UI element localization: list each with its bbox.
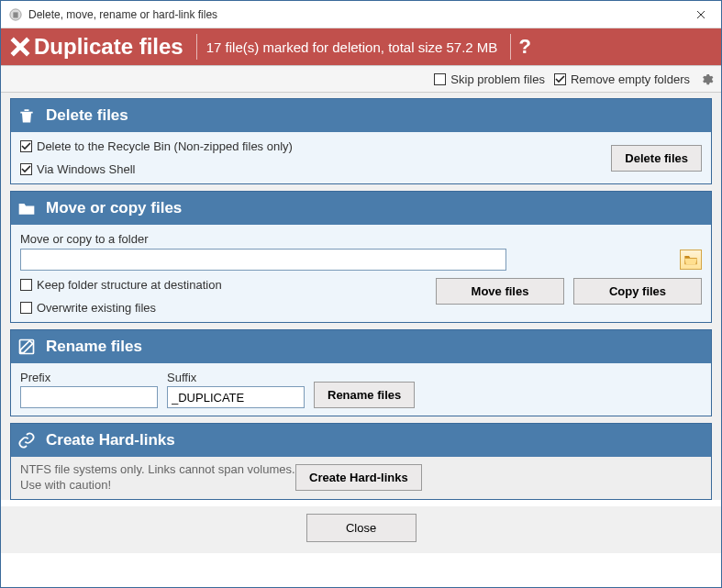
prefix-label: Prefix [20,371,158,384]
move-body: Move or copy to a folder Keep folder str… [11,225,711,322]
app-icon [8,7,23,22]
delete-header-text: Delete files [46,106,128,125]
checkbox-icon [434,73,446,85]
rename-header-text: Rename files [46,338,142,356]
overwrite-label: Overwrite existing files [37,301,156,315]
windows-shell-label: Via Windows Shell [37,162,135,176]
rename-files-button[interactable]: Rename files [314,382,415,408]
recycle-bin-checkbox[interactable]: Delete to the Recycle Bin (Non-zipped fi… [20,139,611,153]
hardlink-header: Create Hard-links [11,424,711,457]
keep-structure-checkbox[interactable]: Keep folder structure at destination [20,278,436,292]
delete-files-button[interactable]: Delete files [611,145,702,172]
move-header-text: Move or copy files [46,199,182,217]
checkbox-icon [20,140,32,152]
hardlink-header-text: Create Hard-links [46,431,175,449]
move-folder-label: Move or copy to a folder [20,232,702,246]
banner-divider [196,34,197,60]
browse-folder-button[interactable] [680,250,702,270]
summary-banner: Duplicate files 17 file(s) marked for de… [1,28,721,65]
move-header: Move or copy files [11,192,711,225]
content-area: Delete files Delete to the Recycle Bin (… [1,93,721,500]
link-icon [17,431,37,449]
svg-rect-3 [27,115,28,121]
rename-body: Prefix Suffix Rename files [11,363,711,416]
overwrite-checkbox[interactable]: Overwrite existing files [20,301,436,315]
options-bar: Skip problem files Remove empty folders [1,65,721,93]
delete-body: Delete to the Recycle Bin (Non-zipped fi… [11,132,711,183]
move-section: Move or copy files Move or copy to a fol… [10,191,712,323]
checkbox-icon [20,302,32,314]
folder-icon [17,200,37,216]
recycle-bin-label: Delete to the Recycle Bin (Non-zipped fi… [37,139,293,153]
edit-icon [17,338,37,356]
skip-problem-label: Skip problem files [450,72,545,86]
skip-problem-checkbox[interactable]: Skip problem files [434,72,545,86]
footer: Close [1,506,721,553]
close-button[interactable]: Close [306,514,417,542]
svg-rect-2 [25,115,26,121]
move-files-button[interactable]: Move files [436,278,564,305]
hardlink-warning: NTFS file systems only. Links cannot spa… [20,462,295,494]
gear-icon[interactable] [699,72,714,86]
window-title: Delete, move, rename or hard-link files [28,8,680,21]
svg-rect-1 [13,12,17,17]
move-folder-input[interactable] [20,249,506,271]
svg-rect-4 [28,115,29,121]
prefix-input[interactable] [20,386,158,408]
delete-section: Delete files Delete to the Recycle Bin (… [10,98,712,184]
rename-header: Rename files [11,330,711,363]
windows-shell-checkbox[interactable]: Via Windows Shell [20,162,611,176]
trash-icon [17,106,37,125]
banner-headline: Duplicate files [32,34,183,60]
remove-empty-label: Remove empty folders [571,72,690,86]
checkbox-icon [20,279,32,291]
hardlink-body: NTFS file systems only. Links cannot spa… [11,457,711,499]
suffix-label: Suffix [167,371,305,384]
remove-empty-checkbox[interactable]: Remove empty folders [554,72,690,86]
delete-header: Delete files [11,99,711,132]
checkbox-icon [20,163,32,175]
banner-divider [510,34,511,60]
copy-files-button[interactable]: Copy files [573,278,702,305]
window-close-button[interactable] [680,1,721,28]
checkbox-icon [554,73,566,85]
help-button[interactable]: ? [518,35,534,59]
rename-section: Rename files Prefix Suffix Rename files [10,329,712,416]
hardlink-section: Create Hard-links NTFS file systems only… [10,423,712,500]
titlebar: Delete, move, rename or hard-link files [1,1,721,28]
banner-status: 17 file(s) marked for deletion, total si… [206,39,498,55]
duplicate-x-icon [8,37,32,57]
keep-structure-label: Keep folder structure at destination [37,278,222,292]
suffix-input[interactable] [167,386,305,408]
create-hardlinks-button[interactable]: Create Hard-links [295,464,422,491]
